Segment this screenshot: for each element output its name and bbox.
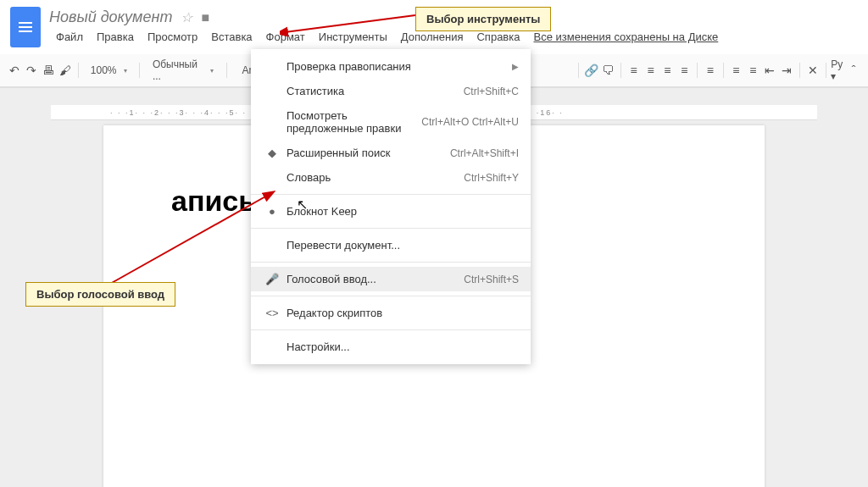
callout-voice: Выбор голосовой ввод	[25, 282, 175, 307]
numbered-list-icon[interactable]: ≡	[728, 59, 743, 81]
separator	[826, 63, 826, 78]
separator	[697, 63, 698, 78]
menu-shortcut: Ctrl+Shift+S	[464, 274, 519, 285]
align-center-icon[interactable]: ≡	[643, 59, 659, 81]
menu-shortcut: Ctrl+Shift+C	[464, 86, 519, 97]
menu-insert[interactable]: Вставка	[204, 28, 259, 46]
separator	[799, 63, 800, 78]
menu-file[interactable]: Файл	[49, 28, 90, 46]
menu-shortcut: Ctrl+Alt+O Ctrl+Alt+U	[421, 116, 519, 128]
paint-format-icon[interactable]: 🖌	[58, 59, 73, 81]
separator	[139, 63, 140, 78]
align-right-icon[interactable]: ≡	[659, 59, 675, 81]
menu-script-editor[interactable]: <> Редактор скриптов	[251, 301, 531, 325]
bullet-list-icon[interactable]: ≡	[745, 59, 760, 81]
menu-item-label: Проверка правописания	[281, 60, 512, 73]
microphone-icon: 🎤	[263, 273, 281, 285]
menu-tools[interactable]: Инструменты	[312, 28, 394, 46]
menu-item-label: Словарь	[281, 171, 464, 184]
comment-icon[interactable]: 🗨	[600, 59, 615, 81]
menu-item-label: Перевести документ...	[281, 239, 519, 252]
menu-item-label: Голосовой ввод...	[281, 273, 464, 285]
menu-item-label: Редактор скриптов	[281, 307, 519, 319]
menu-explore[interactable]: ◆ Расширенный поиск Ctrl+Alt+Shift+I	[251, 141, 531, 165]
menu-separator	[251, 262, 531, 263]
explore-icon: ◆	[263, 147, 281, 159]
separator	[620, 63, 621, 78]
line-spacing-icon[interactable]: ≡	[703, 59, 718, 81]
menu-separator	[251, 329, 531, 330]
menu-dictionary[interactable]: Словарь Ctrl+Shift+Y	[251, 165, 531, 190]
menu-edit[interactable]: Правка	[90, 28, 141, 46]
menu-item-label: Блокнот Keep	[281, 205, 519, 218]
folder-icon[interactable]: ■	[201, 10, 209, 25]
indent-more-icon[interactable]: ⇥	[779, 59, 794, 81]
indent-less-icon[interactable]: ⇤	[762, 59, 777, 81]
menu-preferences[interactable]: Настройки...	[251, 335, 531, 359]
docs-logo[interactable]	[10, 7, 41, 47]
style-select[interactable]: Обычный ...	[145, 59, 221, 81]
align-left-icon[interactable]: ≡	[626, 59, 642, 81]
zoom-select[interactable]: 100%	[83, 59, 134, 81]
menu-item-label: Статистика	[281, 85, 464, 97]
menu-bar: Файл Правка Просмотр Вставка Формат Инст…	[49, 28, 725, 46]
align-justify-icon[interactable]: ≡	[676, 59, 692, 81]
menu-spellcheck[interactable]: Проверка правописания ▶	[251, 54, 531, 79]
menu-shortcut: Ctrl+Alt+Shift+I	[450, 147, 519, 159]
document-title[interactable]: Новый документ	[49, 8, 172, 26]
separator	[226, 63, 227, 78]
chevron-right-icon: ▶	[512, 62, 519, 71]
tools-dropdown: Проверка правописания ▶ Статистика Ctrl+…	[251, 49, 531, 364]
hide-menus-icon[interactable]: ˆ	[846, 59, 861, 81]
menu-stats[interactable]: Статистика Ctrl+Shift+C	[251, 79, 531, 103]
save-status[interactable]: Все изменения сохранены на Диске	[526, 28, 725, 46]
menu-shortcut: Ctrl+Shift+Y	[464, 172, 519, 184]
cursor-icon: ↖	[297, 196, 308, 213]
menu-separator	[251, 296, 531, 296]
separator	[78, 63, 79, 78]
separator	[723, 63, 724, 78]
redo-icon[interactable]: ↷	[24, 59, 39, 81]
menu-keep[interactable]: ● Блокнот Keep	[251, 199, 531, 224]
menu-item-label: Расширенный поиск	[281, 147, 450, 159]
link-icon[interactable]: 🔗	[583, 59, 598, 81]
menu-format[interactable]: Формат	[259, 28, 312, 46]
menu-view[interactable]: Просмотр	[141, 28, 204, 46]
menu-translate[interactable]: Перевести документ...	[251, 233, 531, 257]
keep-icon: ●	[263, 205, 281, 218]
menu-voice-typing[interactable]: 🎤 Голосовой ввод... Ctrl+Shift+S	[251, 267, 531, 291]
menu-item-label: Настройки...	[281, 340, 519, 353]
code-icon: <>	[263, 307, 281, 319]
star-icon[interactable]: ☆	[181, 9, 192, 25]
menu-separator	[251, 194, 531, 195]
print-icon[interactable]: 🖶	[41, 59, 56, 81]
callout-tools: Выбор инструменты	[415, 7, 551, 31]
menu-suggestions[interactable]: Посмотреть предложенные правки Ctrl+Alt+…	[251, 103, 531, 141]
undo-icon[interactable]: ↶	[7, 59, 22, 81]
menu-item-label: Посмотреть предложенные правки	[281, 109, 421, 135]
input-mode[interactable]: Ру ▾	[831, 59, 844, 81]
separator	[578, 63, 579, 78]
menu-separator	[251, 228, 531, 229]
clear-format-icon[interactable]: ✕	[805, 59, 821, 81]
